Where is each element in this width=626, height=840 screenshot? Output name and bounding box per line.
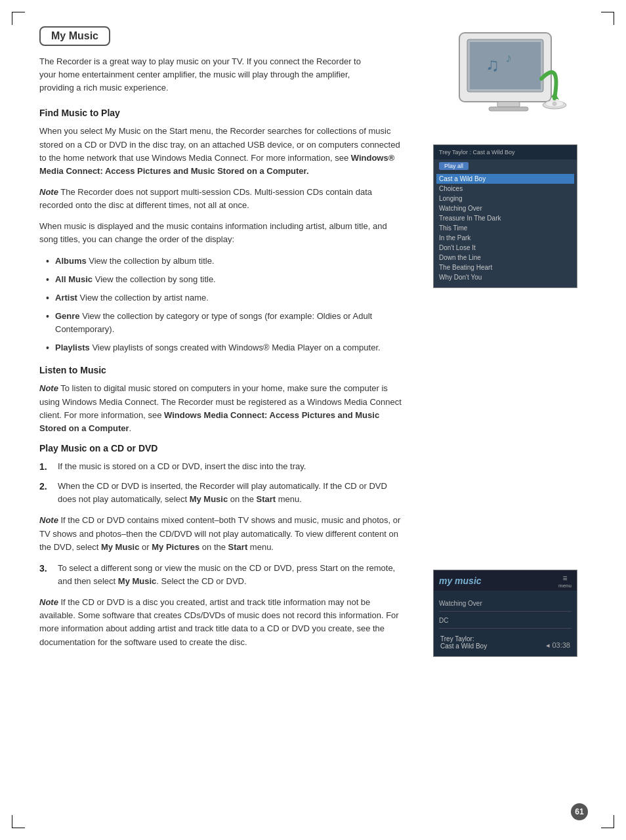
play-cd-heading: Play Music on a CD or DVD — [39, 443, 407, 453]
listen-music-heading: Listen to Music — [39, 365, 407, 375]
music-screen-2-menu: ≡ menu — [558, 574, 572, 589]
song-item-5[interactable]: Treasure In The Dark — [439, 213, 572, 223]
dc-value — [439, 625, 572, 629]
music-screen-2-header: my music ≡ menu — [434, 570, 577, 591]
song-item-10[interactable]: The Beating Heart — [439, 262, 572, 272]
intro-text: The Recorder is a great way to play musi… — [39, 55, 367, 94]
bullet-albums: Albums View the collection by album titl… — [46, 255, 407, 268]
tv-illustration: ♫ ♪ — [440, 26, 577, 131]
svg-point-10 — [553, 102, 556, 106]
corner-mark-br — [601, 815, 614, 828]
song-item-9[interactable]: Down the Line — [439, 253, 572, 262]
song-item-11[interactable]: Why Don't You — [439, 272, 572, 282]
svg-rect-5 — [497, 102, 520, 107]
song-item-3[interactable]: Longing — [439, 194, 572, 203]
menu-icon[interactable]: ≡ — [562, 574, 567, 583]
watching-label: Watching Over — [439, 600, 572, 607]
track-album: Cast a Wild Boy — [440, 642, 487, 650]
play-cd-steps-2: 3. To select a different song or view th… — [39, 562, 407, 588]
bullet-playlists: Playlists View playlists of songs create… — [46, 341, 407, 354]
song-item-8[interactable]: Don't Lose It — [439, 243, 572, 253]
music-screen-2-title: my music — [439, 576, 482, 586]
step-2: 2. When the CD or DVD is inserted, the R… — [39, 480, 407, 506]
song-item-1[interactable]: Cast a Wild Boy — [436, 174, 574, 184]
listen-music-section: Listen to Music Note To listen to digita… — [39, 365, 407, 648]
listen-music-note: Note To listen to digital music stored o… — [39, 382, 407, 435]
corner-mark-tr — [601, 12, 614, 25]
svg-rect-6 — [489, 107, 528, 111]
track-artist: Trey Taylor: — [440, 635, 487, 642]
page: My Music The Recorder is a great way to … — [0, 0, 626, 840]
music-screen-1: Trey Taylor : Cast a Wild Boy Play all C… — [433, 144, 577, 288]
play-cd-steps: 1. If the music is stored on a CD or DVD… — [39, 460, 407, 506]
dc-label: DC — [439, 617, 572, 624]
svg-rect-2 — [470, 42, 541, 89]
main-layout: My Music The Recorder is a great way to … — [39, 26, 587, 657]
step-note-disc: Note If the CD or DVD is a disc you crea… — [39, 596, 407, 649]
step-note-mixed: Note If the CD or DVD contains mixed con… — [39, 514, 407, 553]
music-screen-2: my music ≡ menu Watching Over DC Trey Ta… — [433, 570, 577, 657]
page-number: 61 — [571, 803, 588, 820]
song-item-7[interactable]: In the Park — [439, 233, 572, 243]
find-music-heading: Find Music to Play — [39, 108, 407, 118]
find-music-note1: Note The Recorder does not support multi… — [39, 186, 407, 212]
play-cd-section: Play Music on a CD or DVD 1. If the musi… — [39, 443, 407, 649]
song-item-4[interactable]: Watching Over — [439, 203, 572, 213]
svg-text:♪: ♪ — [505, 51, 512, 65]
song-item-2[interactable]: Choices — [439, 184, 572, 194]
step-3: 3. To select a different song or view th… — [39, 562, 407, 588]
music-screen-controls: Play all — [434, 159, 577, 171]
now-playing-bottom: Trey Taylor: Cast a Wild Boy ◂ 03:38 — [439, 635, 572, 650]
svg-text:♫: ♫ — [486, 54, 499, 75]
song-item-6[interactable]: This Time — [439, 223, 572, 233]
bullet-artist: Artist View the collection by artist nam… — [46, 291, 407, 304]
find-music-section: Find Music to Play When you select My Mu… — [39, 108, 407, 354]
find-music-para2: When music is displayed and the music co… — [39, 220, 407, 246]
music-screen-artist: Trey Taylor : Cast a Wild Boy — [439, 149, 572, 156]
find-music-bullets: Albums View the collection by album titl… — [39, 255, 407, 355]
track-info: Trey Taylor: Cast a Wild Boy — [440, 635, 487, 650]
corner-mark-bl — [12, 815, 25, 828]
menu-label: menu — [558, 583, 572, 589]
play-all-button[interactable]: Play all — [439, 162, 469, 170]
bullet-all-music: All Music View the collection by song ti… — [46, 273, 407, 286]
step-1: 1. If the music is stored on a CD or DVD… — [39, 460, 407, 473]
music-screen-1-header: Trey Taylor : Cast a Wild Boy — [434, 145, 577, 159]
music-screen-song-list: Cast a Wild Boy Choices Longing Watching… — [434, 171, 577, 287]
find-music-para1: When you select My Music on the Start me… — [39, 125, 407, 178]
music-screen-2-body: Watching Over DC Trey Taylor: Cast a Wil… — [434, 591, 577, 656]
left-column: My Music The Recorder is a great way to … — [39, 26, 407, 657]
bullet-genre: Genre View the collection by category or… — [46, 310, 407, 336]
watching-value — [439, 608, 572, 612]
corner-mark-tl — [12, 12, 25, 25]
track-time: ◂ 03:38 — [546, 641, 570, 650]
right-column: ♫ ♪ Trey Taylor : Cast a Wild — [420, 26, 577, 657]
section-badge: My Music — [39, 26, 110, 46]
